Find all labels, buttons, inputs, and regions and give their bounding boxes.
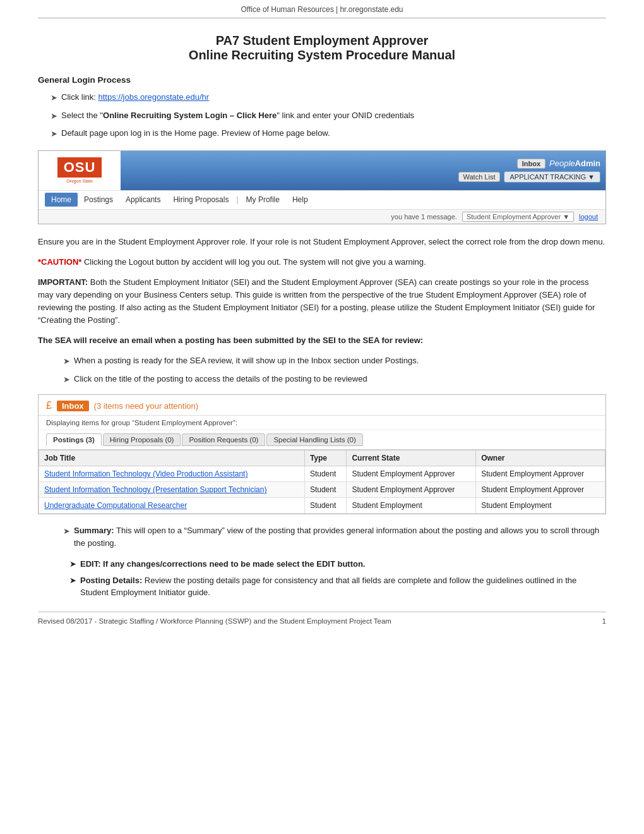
summary-rest: This will open to a “Summary” view of th… xyxy=(74,526,599,548)
table-row: Undergraduate Computational Researcher S… xyxy=(39,498,605,514)
sea-bullet-2-text: Click on the title of the posting to acc… xyxy=(74,373,367,385)
edit-bold: EDIT: If any changes/corrections need to… xyxy=(80,559,365,569)
tab-position-requests[interactable]: Position Requests (0) xyxy=(182,433,265,446)
tab-postings[interactable]: Postings (3) xyxy=(46,433,102,446)
osu-nav-bar: OSU Oregon State Inbox PeopleAdmin Watch… xyxy=(39,151,605,190)
inbox-table: Job Title Type Current State Owner Stude… xyxy=(39,450,605,514)
dropdown-arrow-icon: ▼ xyxy=(588,173,595,181)
inbox-label: Inbox xyxy=(57,401,89,411)
tab-special-handling[interactable]: Special Handling Lists (0) xyxy=(266,433,362,446)
footer: Revised 08/2017 - Strategic Staffing / W… xyxy=(38,612,606,625)
nav-applicants[interactable]: Applicants xyxy=(119,193,167,207)
header-bar: Office of Human Resources | hr.oregonsta… xyxy=(38,0,606,18)
bullet-3: ➤ Default page upon log in is the Home p… xyxy=(51,127,606,140)
nav-screenshot: OSU Oregon State Inbox PeopleAdmin Watch… xyxy=(38,150,606,224)
table-row: Student Information Technology (Presenta… xyxy=(39,482,605,498)
owner-2: Student Employment Approver xyxy=(476,482,605,498)
nav-menu-bar: Home Postings Applicants Hiring Proposal… xyxy=(39,190,605,209)
watch-list-button[interactable]: Watch List xyxy=(458,172,501,182)
sub-arrow-1: ➤ xyxy=(69,558,76,571)
sub-bullet-2: ➤ Posting Details: Review the posting de… xyxy=(69,574,606,599)
message-count: you have 1 message. xyxy=(391,213,457,221)
paragraph-3: IMPORTANT: Both the Student Employment I… xyxy=(38,276,606,327)
caution-label: *CAUTION* xyxy=(38,257,81,267)
summary-text: Summary: This will open to a “Summary” v… xyxy=(74,524,606,549)
people-admin-text: PeopleAdmin xyxy=(549,159,600,168)
sea-heading: The SEA will receive an email when a pos… xyxy=(38,334,606,347)
nav-help[interactable]: Help xyxy=(286,193,314,207)
inbox-tabs: Postings (3) Hiring Proposals (0) Positi… xyxy=(39,430,605,450)
type-1: Student xyxy=(304,466,347,482)
general-login-bullets: ➤ Click link: https://jobs.oregonstate.e… xyxy=(51,91,606,140)
osu-subtext: Oregon State xyxy=(57,179,102,183)
owner-1: Student Employment Approver xyxy=(476,466,605,482)
sea-arrow-1: ➤ xyxy=(63,355,70,368)
role-label: Student Employment Approver xyxy=(467,213,561,221)
sea-bullet-1: ➤ When a posting is ready for the SEA re… xyxy=(63,354,606,368)
job-title-1: Student Information Technology (Video Pr… xyxy=(39,466,305,482)
nav-hiring-proposals[interactable]: Hiring Proposals xyxy=(167,193,235,207)
inbox-subtitle: Displaying items for group “Student Empl… xyxy=(39,416,605,430)
osu-logo: OSU xyxy=(57,157,102,178)
bullet-1-text: Click link: https://jobs.oregonstate.edu… xyxy=(61,91,209,104)
state-3: Student Employment xyxy=(347,498,476,514)
nav-postings[interactable]: Postings xyxy=(78,193,119,207)
osu-logo-area: OSU Oregon State xyxy=(39,151,121,190)
state-2: Student Employment Approver xyxy=(347,482,476,498)
after-bullet-summary: ➤ Summary: This will open to a “Summary”… xyxy=(63,524,606,549)
important-rest: Both the Student Employment Initiator (S… xyxy=(38,277,595,325)
people-admin-row: Inbox PeopleAdmin xyxy=(517,159,600,169)
nav-top-right: Inbox PeopleAdmin Watch List APPLICANT T… xyxy=(453,151,605,190)
inbox-screenshot: £ Inbox (3 items need your attention) Di… xyxy=(38,394,606,514)
jobs-link[interactable]: https://jobs.oregonstate.edu/hr xyxy=(98,92,210,102)
col-type: Type xyxy=(304,450,347,466)
sub2-text: Posting Details: Review the posting deta… xyxy=(80,574,606,599)
inbox-title-bar: £ Inbox (3 items need your attention) xyxy=(39,395,605,416)
sea-bullet-2: ➤ Click on the title of the posting to a… xyxy=(63,373,606,386)
nav-my-profile[interactable]: My Profile xyxy=(240,193,286,207)
after-inbox-bullets: ➤ Summary: This will open to a “Summary”… xyxy=(63,524,606,549)
job-title-link-1[interactable]: Student Information Technology (Video Pr… xyxy=(44,469,247,478)
applicant-tracking-label: APPLICANT TRACKING xyxy=(510,173,586,181)
inbox-count: (3 items need your attention) xyxy=(94,401,198,411)
owner-3: Student Employment xyxy=(476,498,605,514)
tab-hiring-proposals[interactable]: Hiring Proposals (0) xyxy=(103,433,181,446)
job-title-link-3[interactable]: Undergraduate Computational Researcher xyxy=(44,501,187,510)
paragraph-1: Ensure you are in the Student Employment… xyxy=(38,236,606,248)
sub-arrow-2: ➤ xyxy=(69,574,76,587)
table-row: Student Information Technology (Video Pr… xyxy=(39,466,605,482)
bullet-arrow-3: ➤ xyxy=(51,128,57,140)
inbox-icon: £ xyxy=(46,400,52,411)
footer-page-number: 1 xyxy=(602,617,606,625)
dropdown-arrow-icon-2: ▼ xyxy=(563,213,569,221)
posting-details-rest: Review the posting details page for cons… xyxy=(80,576,576,598)
header-text: Office of Human Resources | hr.oregonsta… xyxy=(241,5,403,14)
bullet-2: ➤ Select the "Online Recruiting System L… xyxy=(51,109,606,123)
watch-list-row: Watch List APPLICANT TRACKING ▼ xyxy=(458,171,600,183)
nav-home[interactable]: Home xyxy=(45,193,78,207)
page-title: PA7 Student Employment Approver Online R… xyxy=(38,33,606,63)
footer-left: Revised 08/2017 - Strategic Staffing / W… xyxy=(38,617,391,625)
logout-link[interactable]: logout xyxy=(579,213,598,221)
general-login-heading: General Login Process xyxy=(38,75,606,85)
type-3: Student xyxy=(304,498,347,514)
sub-bullet-1: ➤ EDIT: If any changes/corrections need … xyxy=(69,558,606,571)
applicant-tracking-button[interactable]: APPLICANT TRACKING ▼ xyxy=(504,171,600,183)
caution-rest: Clicking the Logout button by accident w… xyxy=(81,257,426,267)
title-line2: Online Recruiting System Procedure Manua… xyxy=(189,48,455,62)
sea-bullets: ➤ When a posting is ready for the SEA re… xyxy=(63,354,606,385)
after-arrow-1: ➤ xyxy=(63,525,70,538)
bullet-3-text: Default page upon log in is the Home pag… xyxy=(61,127,330,140)
bullet-arrow-1: ➤ xyxy=(51,92,57,104)
posting-details-bold: Posting Details: xyxy=(80,576,142,585)
inbox-button[interactable]: Inbox xyxy=(517,159,546,169)
job-title-link-2[interactable]: Student Information Technology (Presenta… xyxy=(44,485,266,494)
col-owner: Owner xyxy=(476,450,605,466)
paragraph-2: *CAUTION* Clicking the Logout button by … xyxy=(38,256,606,269)
nav-separator: | xyxy=(236,195,238,204)
job-title-2: Student Information Technology (Presenta… xyxy=(39,482,305,498)
bullet-2-text: Select the "Online Recruiting System Log… xyxy=(61,109,414,122)
sea-bullet-1-text: When a posting is ready for the SEA revi… xyxy=(74,354,419,367)
role-dropdown[interactable]: Student Employment Approver ▼ xyxy=(462,212,574,222)
sub-bullets: ➤ EDIT: If any changes/corrections need … xyxy=(69,558,606,599)
